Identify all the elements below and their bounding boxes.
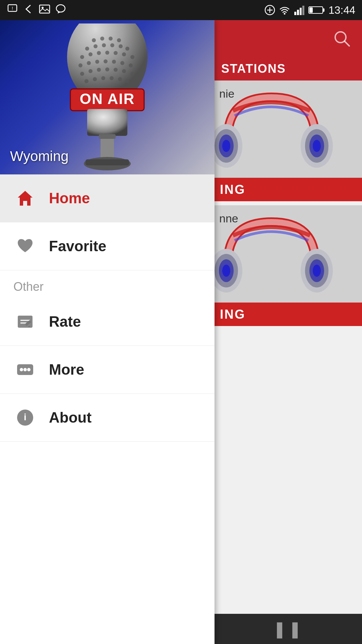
svg-point-34 — [130, 55, 134, 59]
svg-rect-2 — [40, 5, 50, 13]
nav-more-label: More — [49, 361, 84, 378]
nav-item-home[interactable]: Home — [0, 174, 215, 222]
svg-point-39 — [112, 60, 116, 64]
station-partial-label-1: nie — [219, 87, 234, 100]
svg-point-23 — [94, 44, 98, 48]
image-icon — [39, 3, 50, 17]
svg-line-76 — [345, 41, 349, 46]
svg-point-37 — [95, 60, 99, 64]
svg-point-80 — [222, 140, 230, 152]
time-display: 13:44 — [328, 4, 355, 16]
nav-item-rate[interactable]: Rate — [0, 298, 215, 346]
svg-point-18 — [92, 38, 96, 42]
svg-text:i: i — [24, 412, 26, 422]
hero-image: ON AIR Wyoming — [0, 20, 215, 174]
svg-point-45 — [105, 67, 109, 71]
home-icon — [13, 186, 37, 210]
svg-text:!: ! — [12, 6, 13, 11]
add-icon — [264, 4, 276, 16]
nav-item-favorite[interactable]: Favorite — [0, 222, 215, 270]
svg-point-33 — [122, 52, 126, 56]
nav-home-label: Home — [49, 190, 90, 207]
svg-point-4 — [56, 5, 65, 12]
svg-point-36 — [87, 61, 91, 65]
svg-point-44 — [97, 68, 101, 72]
signal-icon — [294, 4, 305, 16]
svg-point-24 — [102, 43, 106, 47]
rate-icon — [13, 310, 37, 333]
svg-rect-60 — [99, 134, 116, 139]
svg-point-50 — [93, 77, 97, 81]
svg-point-49 — [84, 79, 88, 83]
status-bar-right: 13:44 — [264, 4, 355, 16]
svg-marker-63 — [18, 191, 33, 206]
svg-point-27 — [125, 47, 129, 51]
right-panel: STATIONS — [215, 20, 362, 644]
svg-point-25 — [110, 43, 114, 47]
station-badge-1: ING — [215, 178, 362, 201]
svg-rect-16 — [309, 7, 313, 13]
svg-point-92 — [313, 265, 321, 277]
back-icon[interactable] — [23, 3, 34, 17]
svg-point-22 — [85, 47, 89, 51]
svg-point-19 — [100, 37, 104, 41]
svg-point-70 — [20, 368, 23, 371]
svg-point-72 — [27, 368, 31, 371]
svg-point-53 — [118, 77, 122, 81]
hero-location-label: Wyoming — [10, 148, 69, 164]
svg-point-84 — [313, 140, 321, 152]
svg-point-41 — [129, 63, 133, 67]
svg-rect-12 — [300, 8, 302, 15]
svg-point-42 — [80, 72, 84, 76]
svg-point-26 — [119, 44, 123, 48]
svg-text:ON AIR: ON AIR — [80, 91, 135, 107]
svg-point-31 — [105, 51, 109, 55]
svg-point-21 — [117, 38, 121, 42]
svg-rect-58 — [87, 109, 127, 136]
svg-point-40 — [120, 61, 124, 65]
player-bar: ❚❚ — [215, 614, 362, 644]
status-bar: ! — [0, 0, 362, 20]
nav-favorite-label: Favorite — [49, 238, 106, 255]
station-badge-2: ING — [215, 303, 362, 326]
other-section-label: Other — [0, 270, 215, 298]
svg-point-38 — [104, 59, 108, 63]
svg-point-32 — [114, 51, 118, 55]
nav-about-label: About — [49, 409, 92, 426]
chat-icon — [55, 3, 66, 17]
right-header — [215, 20, 362, 57]
nav-item-about[interactable]: i About — [0, 394, 215, 442]
svg-point-48 — [130, 72, 134, 76]
drawer: ON AIR Wyoming — [0, 20, 215, 644]
svg-point-52 — [110, 76, 114, 80]
svg-point-43 — [88, 69, 93, 73]
nav-item-more[interactable]: More — [0, 346, 215, 394]
svg-point-30 — [97, 51, 101, 55]
stations-text: STATIONS — [221, 62, 286, 76]
svg-point-29 — [88, 52, 93, 56]
more-icon — [13, 358, 37, 381]
station-card-2[interactable]: ING nne — [215, 205, 362, 326]
station-partial-label-2: nne — [219, 212, 238, 225]
svg-rect-10 — [294, 12, 296, 15]
wifi-icon — [279, 4, 290, 16]
svg-point-35 — [78, 63, 82, 67]
notification-icon: ! — [7, 3, 18, 17]
svg-point-9 — [284, 13, 285, 15]
svg-rect-15 — [323, 8, 324, 12]
svg-point-71 — [23, 368, 27, 371]
station-card-1[interactable]: ING nie — [215, 80, 362, 201]
about-icon: i — [13, 406, 37, 429]
station-badge-text-2: ING — [220, 307, 246, 322]
status-bar-left: ! — [7, 3, 66, 17]
svg-point-46 — [114, 68, 118, 72]
svg-point-88 — [222, 265, 230, 277]
svg-rect-62 — [85, 159, 129, 165]
svg-point-47 — [122, 69, 126, 73]
station-badge-text-1: ING — [220, 182, 246, 197]
search-icon[interactable] — [332, 29, 352, 49]
svg-point-28 — [80, 55, 84, 59]
svg-rect-13 — [302, 6, 304, 15]
svg-rect-11 — [297, 10, 299, 15]
pause-button[interactable]: ❚❚ — [273, 620, 304, 638]
